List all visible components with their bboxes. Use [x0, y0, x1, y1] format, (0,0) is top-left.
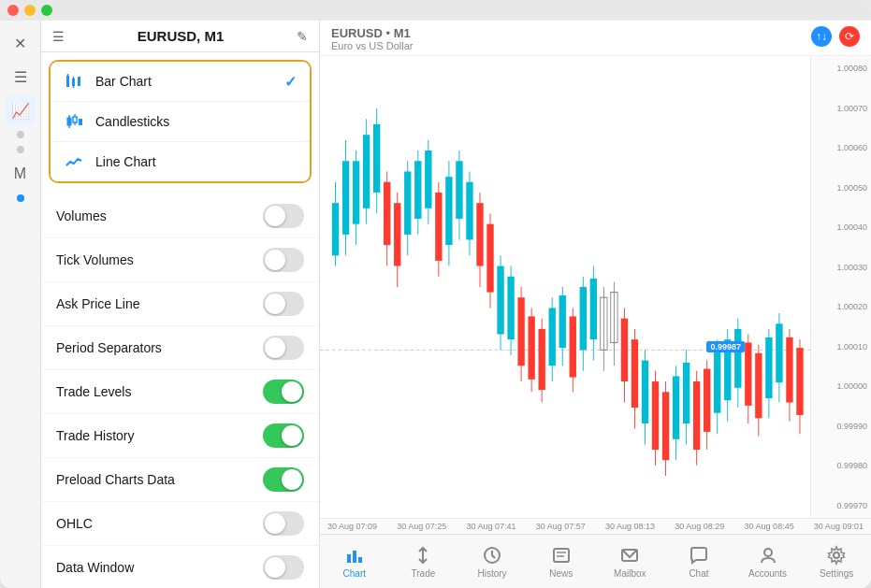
preload-toggle[interactable] — [263, 467, 304, 492]
svg-rect-79 — [652, 381, 659, 450]
preload-label: Preload Charts Data — [56, 472, 175, 487]
chart-type-candlesticks[interactable]: Candlesticks — [51, 102, 310, 142]
svg-rect-113 — [554, 549, 569, 562]
main-area: ✕ ☰ 📈 M ☰ EURUSD, M1 ✎ — [0, 21, 871, 588]
toggle-data-window: Data Window — [41, 546, 319, 588]
svg-rect-14 — [320, 56, 810, 518]
trade-history-toggle[interactable] — [263, 423, 304, 448]
toggle-trade-levels: Trade Levels — [41, 370, 319, 414]
svg-rect-95 — [734, 329, 741, 388]
chart-area: EURUSD • M1 Euro vs US Dollar ↑↓ ⟳ — [320, 21, 871, 588]
close-button[interactable] — [7, 5, 19, 16]
svg-rect-83 — [673, 376, 679, 438]
svg-rect-35 — [425, 151, 431, 208]
svg-rect-39 — [445, 177, 452, 245]
svg-rect-31 — [404, 172, 411, 235]
nav-mailbox[interactable]: Mailbox — [602, 544, 658, 579]
svg-point-118 — [834, 552, 839, 558]
bottom-nav: Chart Trade History — [320, 534, 871, 588]
tick-volumes-toggle[interactable] — [263, 248, 304, 272]
chart-description: Euro vs US Dollar — [331, 40, 413, 51]
svg-rect-63 — [570, 316, 576, 377]
svg-rect-81 — [662, 392, 669, 460]
svg-rect-73 — [621, 319, 628, 381]
price-7: 1.00020 — [815, 302, 867, 311]
nav-news[interactable]: News — [533, 544, 589, 579]
sidebar-icon-menu[interactable]: ☰ — [6, 62, 36, 92]
svg-rect-57 — [539, 329, 545, 390]
edit-icon[interactable]: ✎ — [297, 29, 308, 44]
svg-rect-75 — [631, 339, 638, 408]
svg-rect-105 — [786, 337, 792, 403]
chart-type-line[interactable]: Line Chart — [51, 142, 310, 181]
nav-chart[interactable]: Chart — [327, 544, 383, 579]
toggle-volumes: Volumes — [41, 194, 319, 238]
action-icon-red[interactable]: ⟳ — [839, 26, 860, 47]
sidebar-icon-chart[interactable]: 📈 — [6, 95, 36, 125]
news-nav-icon — [551, 544, 572, 566]
sidebar-icon-cross[interactable]: ✕ — [6, 28, 36, 58]
toggle-ask-price-line: Ask Price Line — [41, 282, 319, 326]
chart-nav-icon — [344, 544, 365, 566]
bar-chart-check: ✓ — [284, 73, 297, 91]
nav-trade[interactable]: Trade — [395, 544, 451, 579]
svg-rect-6 — [78, 77, 80, 86]
toggle-trade-history: Trade History — [41, 414, 319, 458]
toggle-period-separators: Period Separators — [41, 326, 319, 370]
nav-settings[interactable]: Settings — [808, 544, 864, 579]
svg-rect-43 — [466, 182, 472, 240]
time-3: 30 Aug 07:41 — [467, 522, 516, 531]
trade-nav-icon — [413, 544, 433, 566]
chat-nav-icon — [689, 544, 709, 566]
ask-price-toggle[interactable] — [263, 292, 304, 316]
nav-accounts[interactable]: Accounts — [740, 544, 796, 579]
price-3: 1.00060 — [815, 143, 867, 152]
price-5: 1.00040 — [815, 222, 867, 232]
list-icon[interactable]: ☰ — [52, 29, 65, 44]
ohlc-toggle[interactable] — [263, 511, 304, 536]
chart-canvas[interactable]: 0.99987 — [320, 56, 810, 518]
trade-history-label: Trade History — [56, 428, 135, 443]
price-2: 1.00070 — [815, 104, 867, 113]
time-6: 30 Aug 08:29 — [675, 522, 724, 531]
svg-rect-87 — [693, 381, 700, 450]
accounts-nav-label: Accounts — [748, 568, 787, 579]
dropdown-panel: ☰ EURUSD, M1 ✎ — [41, 21, 320, 588]
svg-rect-33 — [414, 161, 421, 219]
svg-rect-97 — [745, 343, 751, 406]
svg-rect-107 — [796, 348, 803, 415]
chart-nav-label: Chart — [343, 568, 366, 579]
header-right-icons: ✎ — [297, 29, 308, 44]
dropdown-title: EURUSD, M1 — [65, 28, 297, 44]
svg-rect-21 — [353, 161, 359, 223]
price-axis: 1.00080 1.00070 1.00060 1.00050 1.00040 … — [810, 56, 871, 518]
sidebar-icon-quotes[interactable]: M — [6, 159, 36, 189]
candlestick-icon — [64, 111, 84, 132]
data-window-label: Data Window — [56, 560, 134, 575]
action-icon-blue[interactable]: ↑↓ — [811, 26, 832, 47]
mailbox-nav-icon — [619, 544, 640, 566]
time-2: 30 Aug 07:25 — [397, 522, 446, 531]
sidebar-dot-active — [17, 194, 24, 202]
svg-rect-10 — [73, 117, 77, 122]
minimize-button[interactable] — [24, 5, 36, 16]
trade-levels-toggle[interactable] — [263, 380, 304, 404]
accounts-nav-icon — [758, 544, 778, 566]
volumes-label: Volumes — [56, 208, 107, 223]
volumes-toggle[interactable] — [263, 204, 304, 228]
app-container: ✕ ☰ 📈 M ☰ EURUSD, M1 ✎ — [0, 0, 871, 588]
time-5: 30 Aug 08:13 — [605, 522, 655, 531]
header-left-icons: ☰ — [52, 29, 65, 44]
data-window-toggle[interactable] — [263, 555, 304, 580]
current-price-badge: 0.99987 — [706, 341, 745, 352]
chat-nav-label: Chat — [689, 568, 708, 579]
period-sep-toggle[interactable] — [263, 336, 304, 360]
bar-chart-label: Bar Chart — [95, 74, 273, 89]
chart-type-bar[interactable]: Bar Chart ✓ — [51, 62, 310, 102]
price-11: 0.99980 — [815, 461, 867, 470]
time-8: 30 Aug 09:01 — [814, 522, 864, 531]
nav-history[interactable]: History — [464, 544, 520, 579]
maximize-button[interactable] — [41, 5, 52, 16]
svg-rect-7 — [67, 118, 71, 125]
nav-chat[interactable]: Chat — [671, 544, 727, 579]
